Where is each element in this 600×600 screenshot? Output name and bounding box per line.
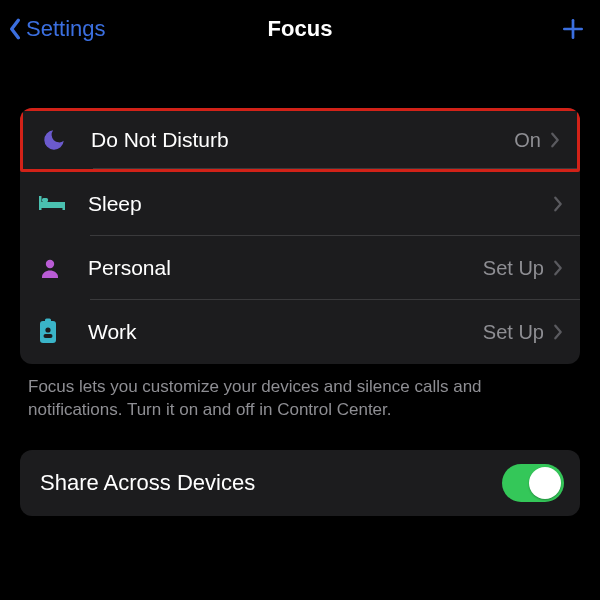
focus-item-label: Do Not Disturb [81, 128, 514, 152]
person-icon [38, 256, 78, 280]
badge-icon [38, 318, 78, 346]
focus-item-personal[interactable]: Personal Set Up [20, 236, 580, 300]
moon-icon [41, 127, 81, 153]
svg-rect-5 [42, 198, 48, 202]
focus-description: Focus lets you customize your devices an… [28, 376, 572, 422]
svg-point-9 [45, 327, 50, 332]
svg-rect-10 [44, 334, 53, 338]
page-title: Focus [268, 16, 333, 42]
switch-knob [529, 467, 561, 499]
svg-rect-8 [45, 319, 51, 323]
chevron-right-icon [552, 259, 564, 277]
focus-item-sleep[interactable]: Sleep [20, 172, 580, 236]
plus-icon [560, 16, 586, 42]
svg-rect-4 [63, 202, 66, 210]
focus-item-work[interactable]: Work Set Up [20, 300, 580, 364]
svg-rect-3 [39, 196, 42, 210]
focus-item-status: On [514, 129, 541, 152]
back-label: Settings [26, 16, 106, 42]
bed-icon [38, 195, 78, 213]
focus-list: Do Not Disturb On Sleep Personal Set Up [20, 108, 580, 364]
svg-point-6 [46, 260, 54, 268]
share-across-devices-row: Share Across Devices [20, 450, 580, 516]
share-toggle[interactable] [502, 464, 564, 502]
focus-item-status: Set Up [483, 257, 544, 280]
focus-item-status: Set Up [483, 321, 544, 344]
focus-item-do-not-disturb[interactable]: Do Not Disturb On [20, 108, 580, 172]
focus-item-label: Personal [78, 256, 483, 280]
focus-item-label: Work [78, 320, 483, 344]
nav-bar: Settings Focus [0, 0, 600, 58]
share-label: Share Across Devices [40, 470, 255, 496]
chevron-right-icon [552, 195, 564, 213]
chevron-right-icon [552, 323, 564, 341]
chevron-left-icon [6, 15, 24, 43]
focus-item-label: Sleep [78, 192, 544, 216]
back-button[interactable]: Settings [6, 15, 106, 43]
share-group: Share Across Devices [20, 450, 580, 516]
svg-rect-2 [39, 202, 65, 208]
chevron-right-icon [549, 131, 561, 149]
add-button[interactable] [560, 16, 586, 42]
